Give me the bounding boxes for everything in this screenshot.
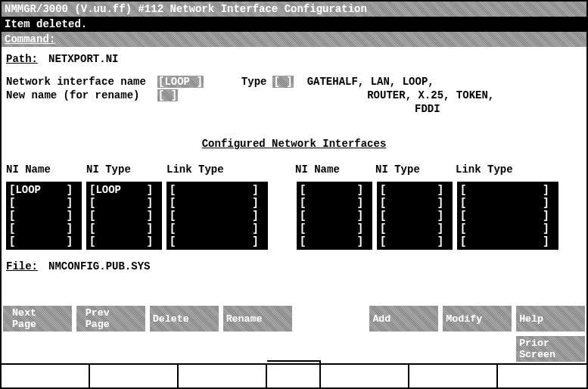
type-label: Type [241,76,267,88]
path-value: NETXPORT.NI [48,53,118,65]
softkey-next-page[interactable]: Next Page [3,306,72,331]
ni-name-row: Network interface name LOOP Type GATEHAL… [6,76,582,88]
type-help-2: ROUTER, X.25, TOKEN, [367,89,494,101]
softkey-modify[interactable]: Modify [443,306,512,331]
table-cell[interactable] [300,210,369,222]
col-link-type-1 [166,182,268,250]
table-cell[interactable] [380,210,450,222]
hdr-ni-name-1: NI Name [6,163,86,176]
file-label: File: [6,260,38,272]
type-help-row3: FDDI [6,103,582,115]
table-cell[interactable] [460,210,555,222]
col-ni-type-2 [377,182,453,250]
file-row: File: NMCONFIG.PUB.SYS [6,260,582,272]
path-label: Path: [6,53,38,65]
table-cell[interactable] [170,210,265,222]
col-ni-name-2 [297,182,372,250]
hdr-ni-name-2: NI Name [295,163,375,176]
new-name-row: New name (for rename) ROUTER, X.25, TOKE… [6,89,582,101]
table-cell[interactable] [170,235,265,247]
content-area: Path: NETXPORT.NI Network interface name… [2,47,586,277]
table-cell[interactable] [300,184,369,196]
message-bar: Item deleted. [2,17,586,32]
softkey-add[interactable]: Add [369,306,438,331]
table-cell[interactable] [170,197,265,209]
table-cell[interactable] [9,235,79,247]
hdr-link-type-2: Link Type [456,163,562,176]
softkey-help[interactable]: Help [516,306,585,331]
title-text: NMMGR/3000 (V.uu.ff) #112 Network Interf… [5,3,367,15]
section-title: Configured Network Interfaces [6,138,582,150]
table-cell[interactable] [380,235,450,247]
status-strip [2,363,586,387]
table-cell[interactable] [89,210,159,222]
softkey-delete[interactable]: Delete [150,306,219,331]
new-name-input[interactable] [157,89,178,101]
hdr-link-type-1: Link Type [166,163,295,176]
table-cell[interactable]: LOOP [9,184,79,196]
title-bar: NMMGR/3000 (V.uu.ff) #112 Network Interf… [2,2,586,17]
table-cell[interactable] [460,197,555,209]
table-cell[interactable] [380,223,450,235]
table-cell[interactable] [9,197,79,209]
type-input[interactable] [272,76,293,88]
ni-name-input[interactable]: LOOP [157,76,204,88]
table-headers: NI Name NI Type Link Type NI Name NI Typ… [6,163,582,176]
new-name-label: New name (for rename) [6,89,157,101]
col-ni-name-1: LOOP [6,182,82,250]
command-bar[interactable]: Command: [2,32,586,47]
hdr-ni-type-2: NI Type [375,163,456,176]
table-cell[interactable] [9,210,79,222]
table-cell[interactable] [300,197,369,209]
softkey-rename[interactable]: Rename [223,306,292,331]
ni-name-label: Network interface name [6,76,157,88]
table-cell[interactable] [460,223,555,235]
command-label: Command: [5,33,55,45]
softkey-bar: Next Page Prev Page Delete Rename Add Mo… [3,306,585,362]
table-cell[interactable] [89,197,159,209]
table-cell[interactable] [300,235,369,247]
file-value: NMCONFIG.PUB.SYS [48,260,150,272]
softkey-prior-screen[interactable]: Prior Screen [516,336,585,362]
path-row: Path: NETXPORT.NI [6,53,582,65]
table-cell[interactable] [460,184,555,196]
col-ni-type-1: LOOP [86,182,162,250]
col-link-type-2 [457,182,558,250]
table-cell[interactable] [170,184,265,196]
hdr-ni-type-1: NI Type [86,163,166,176]
table-cell[interactable] [380,184,450,196]
table-cell[interactable] [300,223,369,235]
table-body: LOOP LOOP [6,182,582,250]
table-cell[interactable]: LOOP [89,184,159,196]
type-help-1: GATEHALF, LAN, LOOP, [307,76,434,88]
table-cell[interactable] [380,197,450,209]
table-cell[interactable] [89,223,159,235]
table-cell[interactable] [170,223,265,235]
table-cell[interactable] [89,235,159,247]
table-cell[interactable] [9,223,79,235]
table-cell[interactable] [460,235,555,247]
softkey-prev-page[interactable]: Prev Page [76,306,145,331]
type-help-3: FDDI [415,103,440,115]
message-text: Item deleted. [5,18,87,30]
